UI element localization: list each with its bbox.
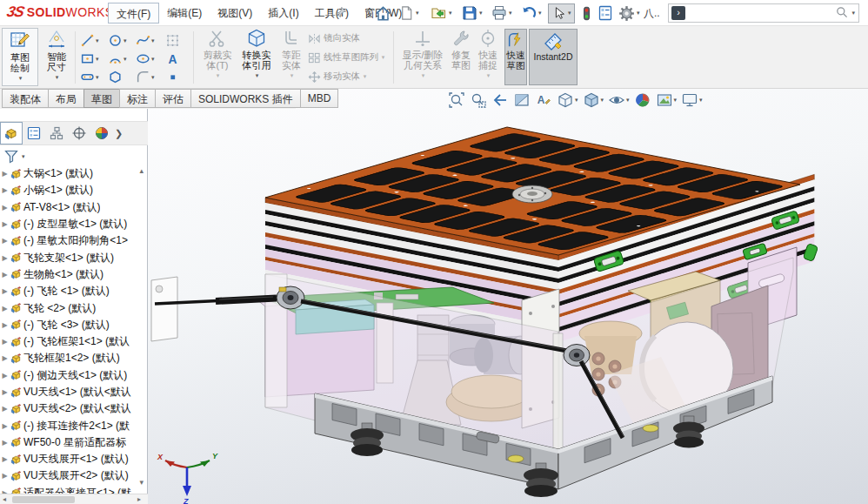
menu-insert[interactable]: 插入(I) [260, 3, 306, 24]
expand-arrow-icon[interactable]: ▶ [0, 472, 10, 480]
expand-arrow-icon[interactable]: ▶ [0, 405, 10, 413]
tree-item[interactable]: ▶ 生物舱<1> (默认) [0, 266, 137, 283]
expand-arrow-icon[interactable]: ▶ [0, 388, 10, 396]
rapid-sketch-button[interactable]: 快速草图 [504, 29, 527, 85]
tree-item[interactable]: ▶ WF50-0 星箭适配器标 [0, 434, 137, 451]
zoom-to-fit-icon[interactable] [448, 91, 465, 109]
circle-tool[interactable]: ▾ [108, 33, 127, 48]
apply-scene-icon[interactable]: ▾ [656, 91, 678, 109]
tree-item[interactable]: ▶ (-) 皮型星敏<1> (默认) [0, 216, 137, 232]
configuration-manager-tab[interactable] [45, 122, 68, 144]
expand-arrow-icon[interactable]: ▶ [0, 305, 10, 312]
expand-arrow-icon[interactable]: ▶ [0, 354, 10, 362]
tab-layout[interactable]: 布局 [48, 89, 84, 108]
options-button[interactable]: ▾ [616, 3, 642, 24]
tab-markup[interactable]: 标注 [119, 89, 156, 108]
user-menu[interactable]: 八.. [644, 6, 660, 21]
tree-item[interactable]: ▶ (-) 侧边天线<1> (默认) [0, 367, 137, 384]
line-tool[interactable]: ▾ [80, 33, 99, 48]
expand-arrow-icon[interactable]: ▶ [0, 186, 10, 194]
view-settings-icon[interactable]: ▾ [681, 91, 703, 109]
menu-view[interactable]: 视图(V) [210, 3, 260, 24]
tab-sketch[interactable]: 草图 [83, 89, 120, 108]
select-tool-button[interactable]: ▾ [548, 3, 575, 24]
menu-tools[interactable]: 工具(T) [307, 3, 357, 24]
dimxpert-manager-tab[interactable] [68, 122, 90, 144]
tree-item[interactable]: ▶ VU天线<2> (默认<默认 [0, 400, 137, 417]
expand-arrow-icon[interactable]: ▶ [0, 237, 10, 245]
previous-view-icon[interactable] [491, 91, 509, 109]
search-scope-icon[interactable]: › [671, 6, 685, 20]
tab-evaluate[interactable]: 评估 [155, 89, 191, 108]
tab-mbd[interactable]: MBD [300, 89, 339, 108]
save-button[interactable]: ▾ [459, 3, 484, 23]
hide-show-items-icon[interactable]: ▾ [608, 91, 630, 109]
expand-arrow-icon[interactable]: ▶ [0, 372, 10, 380]
print-button[interactable]: ▾ [489, 3, 514, 23]
sketch-button[interactable]: 草图绘制 ▾ [2, 28, 38, 86]
tree-item[interactable]: ▶ VU天线展开<1> (默认) [0, 451, 137, 467]
tree-item[interactable]: ▶ 飞轮框架1<2> (默认) [0, 350, 137, 366]
new-document-button[interactable]: ▾ [397, 3, 421, 23]
convert-entities-button[interactable]: 转换实体引用 ▾ [237, 28, 277, 86]
search-dropdown-icon[interactable]: ▾ [851, 10, 855, 17]
point-tool[interactable] [165, 70, 180, 84]
tree-item[interactable]: ▶ AT-V8<1> (默认) [0, 199, 137, 216]
tree-item[interactable]: ▶ 飞轮 <2> (默认) [0, 299, 137, 316]
tree-item[interactable]: ▶ (-) 飞轮 <1> (默认) [0, 283, 137, 299]
slot-tool[interactable]: ▾ [80, 70, 99, 84]
rebuild-button[interactable] [578, 3, 596, 24]
feature-tree-tab[interactable] [0, 122, 23, 144]
polygon-tool[interactable] [108, 70, 123, 84]
menu-edit[interactable]: 编辑(E) [159, 3, 210, 24]
tab-addins[interactable]: SOLIDWORKS 插件 [190, 89, 301, 108]
tree-scroll-down-icon[interactable]: ▾ [139, 478, 144, 487]
zoom-to-area-icon[interactable] [470, 91, 487, 109]
search-icon[interactable] [835, 5, 849, 22]
view-orientation-icon[interactable]: ▾ [557, 91, 578, 109]
tree-item[interactable]: ▶ VU天线<1> (默认<默认 [0, 384, 137, 400]
expand-arrow-icon[interactable]: ▶ [0, 170, 10, 178]
property-manager-tab[interactable] [23, 122, 45, 144]
satellite-model[interactable]: X Y Z [148, 89, 868, 504]
annotation-views-icon[interactable]: A [535, 91, 552, 109]
tree-item[interactable]: ▶ (-) 飞轮框架1<1> (默认 [0, 333, 137, 350]
expand-arrow-icon[interactable]: ▶ [0, 254, 10, 262]
expand-arrow-icon[interactable]: ▶ [0, 271, 10, 279]
pin-menu-icon[interactable] [334, 5, 348, 22]
tree-horizontal-scrollbar[interactable]: ◂ ▸ [0, 494, 148, 504]
smart-dimension-button[interactable]: 智能尺寸 ▾ [38, 28, 75, 86]
tree-item[interactable]: ▶ 飞轮支架<1> (默认) [0, 249, 137, 265]
text-tool[interactable]: A [165, 51, 180, 66]
expand-arrow-icon[interactable]: ▶ [0, 204, 10, 212]
ellipse-tool[interactable]: ▾ [136, 51, 155, 66]
fillet-tool[interactable]: ▾ [136, 70, 155, 84]
tree-scroll-up-icon[interactable]: ▴ [139, 166, 144, 175]
expand-arrow-icon[interactable]: ▶ [0, 439, 10, 447]
instant2d-button[interactable]: Instant2D [529, 29, 578, 85]
graphics-area[interactable]: A ▾ ▾ ▾ ▾ ▾ [148, 89, 868, 504]
home-button[interactable] [372, 3, 394, 24]
edit-appearance-icon[interactable] [634, 91, 651, 109]
sketch-picture-tool[interactable] [165, 33, 180, 48]
rectangle-tool[interactable]: ▾ [80, 51, 99, 66]
tab-assembly[interactable]: 装配体 [2, 89, 49, 108]
tree-item[interactable]: ▶ (-) 飞轮 <3> (默认) [0, 317, 137, 333]
tree-item[interactable]: ▶ 大锅<1> (默认) [0, 165, 137, 182]
expand-arrow-icon[interactable]: ▶ [0, 287, 10, 295]
display-style-icon[interactable]: ▾ [583, 91, 604, 109]
open-button[interactable]: ▾ [428, 3, 454, 23]
expand-arrow-icon[interactable]: ▶ [0, 338, 10, 346]
arc-tool[interactable]: ▾ [108, 51, 127, 66]
tree-item[interactable]: ▶ 适配器分离接耳<1> (默 [0, 485, 137, 494]
menu-file[interactable]: 文件(F) [108, 3, 159, 24]
tree-filter[interactable]: ▾ [3, 149, 25, 165]
tree-item[interactable]: ▶ VU天线展开<2> (默认) [0, 467, 137, 484]
undo-button[interactable]: ▾ [518, 3, 544, 23]
tree-item[interactable]: ▶ (-) 接耳连接件2<1> (默 [0, 417, 137, 433]
display-manager-tab[interactable] [90, 122, 113, 144]
panel-expand-icon[interactable]: ❯ [115, 128, 123, 139]
tree-item[interactable]: ▶ 小锅<1> (默认) [0, 182, 137, 198]
expand-arrow-icon[interactable]: ▶ [0, 220, 10, 228]
spline-tool[interactable]: ▾ [136, 33, 155, 48]
